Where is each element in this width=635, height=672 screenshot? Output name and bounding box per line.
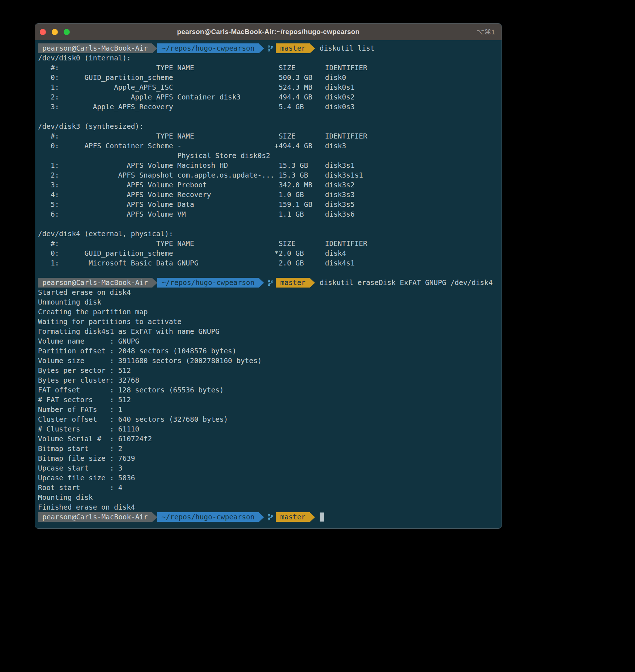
terminal-line: 6: APFS Volume VM 1.1 GB disk3s6 [38, 209, 499, 219]
prompt-path-segment: ~/repos/hugo-cwpearson [157, 43, 259, 53]
prompt-user-segment: pearson@Carls-MacBook-Air [38, 43, 152, 53]
terminal-line: # FAT sectors : 512 [38, 395, 499, 405]
terminal-line: 1: Microsoft Basic Data GNUPG 2.0 GB dis… [38, 258, 499, 268]
terminal-line: 0: GUID_partition_scheme 500.3 GB disk0 [38, 73, 499, 82]
terminal-line: Partition offset : 2048 sectors (1048576… [38, 346, 499, 356]
close-button[interactable] [40, 29, 46, 35]
terminal-line: 1: APFS Volume Macintosh HD 15.3 GB disk… [38, 161, 499, 170]
terminal-line: Waiting for partitions to activate [38, 317, 499, 327]
terminal-line: Number of FATs : 1 [38, 405, 499, 414]
terminal-line [38, 268, 499, 278]
terminal-line: Cluster offset : 640 sectors (327680 byt… [38, 414, 499, 424]
terminal-line [38, 219, 499, 229]
terminal-line [38, 112, 499, 122]
terminal-line: 4: APFS Volume Recovery 1.0 GB disk3s3 [38, 190, 499, 200]
powerline-arrow-icon [152, 512, 157, 522]
terminal-line: Volume name : GNUPG [38, 336, 499, 346]
powerline-arrow-icon [310, 512, 315, 522]
prompt-branch-segment: master [276, 43, 310, 53]
prompt-user-segment: pearson@Carls-MacBook-Air [38, 278, 152, 288]
terminal-line: # Clusters : 61110 [38, 424, 499, 434]
terminal-line: Mounting disk [38, 493, 499, 502]
terminal-window: pearson@Carls-MacBook-Air:~/repos/hugo-c… [35, 23, 502, 529]
terminal-line: Formatting disk4s1 as ExFAT with name GN… [38, 327, 499, 336]
powerline-arrow-icon [259, 512, 264, 522]
keyboard-shortcut-badge: ⌥⌘1 [477, 24, 495, 40]
zoom-button[interactable] [64, 29, 70, 35]
terminal-line: /dev/disk3 (synthesized): [38, 122, 499, 131]
prompt-branch-segment: master [276, 278, 310, 288]
prompt-branch-segment: master [276, 512, 310, 522]
powerline-arrow-icon [152, 278, 157, 288]
terminal-line: Bitmap file size : 7639 [38, 454, 499, 463]
terminal-line: Bytes per sector : 512 [38, 366, 499, 375]
terminal-line: FAT offset : 128 sectors (65536 bytes) [38, 385, 499, 395]
terminal-line: 3: Apple_APFS_Recovery 5.4 GB disk0s3 [38, 102, 499, 112]
window-titlebar[interactable]: pearson@Carls-MacBook-Air:~/repos/hugo-c… [35, 24, 502, 40]
terminal-line: 0: APFS Container Scheme - +494.4 GB dis… [38, 141, 499, 151]
powerline-arrow-icon [310, 44, 315, 53]
terminal-line: Volume Serial # : 610724f2 [38, 434, 499, 444]
terminal-line: Creating the partition map [38, 307, 499, 317]
terminal-line: 5: APFS Volume Data 159.1 GB disk3s5 [38, 200, 499, 209]
terminal-line: /dev/disk0 (internal): [38, 53, 499, 63]
diskutil-list-output: /dev/disk0 (internal): #: TYPE NAME SIZE… [38, 53, 499, 278]
prompt-line-2: pearson@Carls-MacBook-Air ~/repos/hugo-c… [38, 278, 499, 288]
powerline-arrow-icon [310, 278, 315, 288]
minimize-button[interactable] [52, 29, 58, 35]
prompt-line-1: pearson@Carls-MacBook-Air ~/repos/hugo-c… [38, 43, 499, 53]
terminal-line: #: TYPE NAME SIZE IDENTIFIER [38, 239, 499, 248]
prompt-path-segment: ~/repos/hugo-cwpearson [157, 512, 259, 522]
powerline-arrow-icon [152, 44, 157, 53]
terminal-line: Finished erase on disk4 [38, 502, 499, 512]
git-branch-icon [267, 514, 274, 520]
terminal-line: /dev/disk4 (external, physical): [38, 229, 499, 239]
terminal-line: #: TYPE NAME SIZE IDENTIFIER [38, 131, 499, 141]
powerline-arrow-icon [259, 44, 264, 53]
window-title: pearson@Carls-MacBook-Air:~/repos/hugo-c… [177, 28, 360, 36]
command-text-diskutil-list: diskutil list [315, 43, 375, 53]
terminal-line: 2: Apple_APFS Container disk3 494.4 GB d… [38, 92, 499, 102]
terminal-line: Upcase start : 3 [38, 463, 499, 473]
terminal-line: Root start : 4 [38, 483, 499, 493]
prompt-path-segment: ~/repos/hugo-cwpearson [157, 278, 259, 288]
terminal-cursor [320, 512, 324, 522]
traffic-lights [40, 24, 70, 40]
terminal-line: 3: APFS Volume Preboot 342.0 MB disk3s2 [38, 180, 499, 190]
terminal-content[interactable]: pearson@Carls-MacBook-Air ~/repos/hugo-c… [35, 40, 502, 525]
terminal-line: 0: GUID_partition_scheme *2.0 GB disk4 [38, 248, 499, 258]
terminal-line: Started erase on disk4 [38, 288, 499, 297]
prompt-user-segment: pearson@Carls-MacBook-Air [38, 512, 152, 522]
terminal-line: Physical Store disk0s2 [38, 151, 499, 161]
terminal-line: 1: Apple_APFS_ISC 524.3 MB disk0s1 [38, 82, 499, 92]
terminal-line: #: TYPE NAME SIZE IDENTIFIER [38, 63, 499, 73]
command-text-diskutil-erasedisk: diskutil eraseDisk ExFAT GNUPG /dev/disk… [315, 278, 493, 288]
powerline-arrow-icon [259, 278, 264, 288]
terminal-line: Volume size : 3911680 sectors (200278016… [38, 356, 499, 366]
terminal-line: 2: APFS Snapshot com.apple.os.update-...… [38, 170, 499, 180]
git-branch-icon [267, 45, 274, 52]
erase-disk-output: Started erase on disk4Unmounting diskCre… [38, 288, 499, 512]
terminal-line: Upcase file size : 5836 [38, 473, 499, 483]
terminal-line: Bitmap start : 2 [38, 444, 499, 454]
terminal-line: Unmounting disk [38, 297, 499, 307]
git-branch-icon [267, 280, 274, 286]
terminal-line: Bytes per cluster: 32768 [38, 375, 499, 385]
prompt-line-current[interactable]: pearson@Carls-MacBook-Air ~/repos/hugo-c… [38, 512, 499, 522]
